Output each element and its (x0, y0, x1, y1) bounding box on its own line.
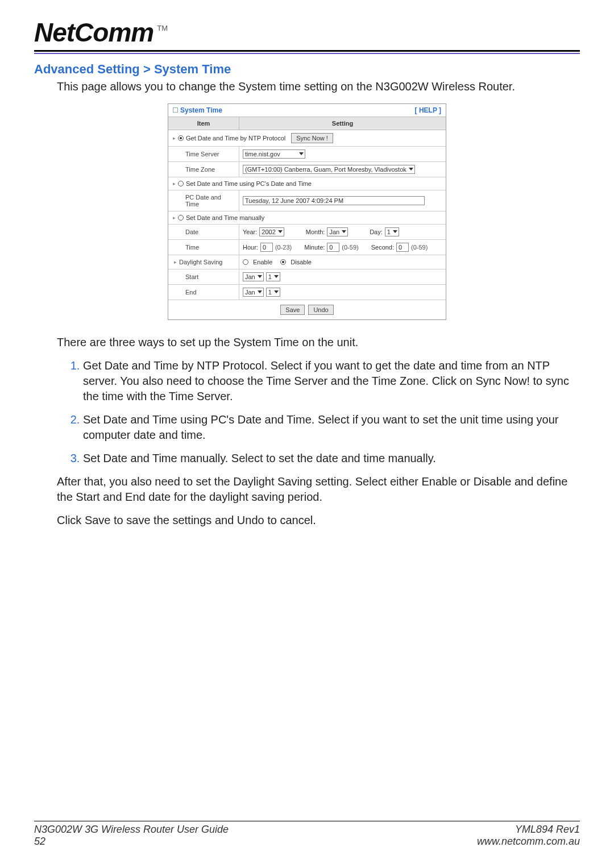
radio-dst-enable[interactable] (243, 259, 248, 265)
month-select[interactable]: Jan (327, 227, 348, 236)
second-hint: (0-59) (411, 244, 428, 251)
header-item: Item (168, 117, 239, 130)
day-select[interactable]: 1 (385, 227, 399, 236)
option-ntp-label: Get Date and Time by NTP Protocol (186, 135, 285, 142)
date-label: Date (168, 225, 239, 239)
radio-manual[interactable] (178, 215, 184, 221)
minute-input[interactable]: 0 (327, 243, 339, 252)
option-manual-row: ▸ Set Date and Time manually (168, 211, 446, 225)
router-screenshot: System Time [ HELP ] Item Setting ▸ Get … (34, 103, 580, 320)
intro-text: This page allows you to change the Syste… (57, 80, 580, 93)
caret-icon: ▸ (173, 135, 176, 141)
help-link[interactable]: [ HELP ] (415, 106, 441, 114)
option-manual-label: Set Date and Time manually (186, 214, 264, 221)
sync-now-button[interactable]: Sync Now ! (291, 133, 333, 143)
option-ntp-row: ▸ Get Date and Time by NTP Protocol Sync… (168, 130, 446, 147)
footer-revision: YML894 Rev1 (515, 824, 580, 836)
radio-pc[interactable] (178, 181, 184, 186)
footer-divider (34, 821, 580, 821)
dst-end-day-select[interactable]: 1 (266, 288, 280, 297)
footer-page-number: 52 (34, 836, 45, 848)
second-label: Second: (371, 244, 394, 251)
hour-hint: (0-23) (275, 244, 292, 251)
pc-date-label: PC Date and Time (168, 190, 239, 211)
hour-input[interactable]: 0 (260, 243, 273, 252)
divider-purple (34, 53, 580, 54)
time-label: Time (168, 240, 239, 255)
step-3: Set Date and Time manually. Select to se… (83, 451, 580, 466)
logo: NetComm TM (34, 17, 580, 48)
day-label: Day: (370, 229, 383, 235)
second-input[interactable]: 0 (396, 243, 409, 252)
option-pc-row: ▸ Set Date and Time using PC's Date and … (168, 177, 446, 190)
logo-text: NetComm (34, 17, 154, 48)
year-select[interactable]: 2002 (259, 227, 284, 236)
minute-hint: (0-59) (342, 244, 358, 251)
footer: N3G002W 3G Wireless Router User Guide YM… (34, 821, 580, 848)
section-title: Advanced Setting > System Time (34, 62, 580, 77)
option-pc-label: Set Date and Time using PC's Date and Ti… (186, 180, 312, 187)
body-p2: After that, you also need to set the Day… (57, 474, 580, 505)
caret-icon: ▸ (173, 181, 176, 186)
dst-enable-label: Enable (253, 259, 272, 265)
dst-start-day-select[interactable]: 1 (266, 272, 280, 281)
caret-icon: ▸ (173, 215, 176, 221)
panel-icon (173, 107, 178, 113)
divider-black (34, 50, 580, 52)
dst-start-label: Start (168, 269, 239, 284)
body-p3: Click Save to save the settings and Undo… (57, 513, 580, 528)
daylight-label: ▸Daylight Saving (168, 255, 239, 269)
dst-end-month-select[interactable]: Jan (243, 288, 264, 297)
radio-dst-disable[interactable] (280, 259, 286, 265)
panel-title: System Time (173, 106, 222, 114)
dst-end-label: End (168, 285, 239, 300)
time-zone-select[interactable]: (GMT+10:00) Canberra, Guam, Port Moresby… (243, 165, 415, 174)
caret-icon: ▸ (174, 259, 177, 265)
hour-label: Hour: (243, 244, 258, 251)
header-setting: Setting (239, 117, 446, 130)
time-server-label: Time Server (168, 147, 239, 161)
dst-disable-label: Disable (291, 259, 312, 265)
month-label: Month: (306, 229, 325, 235)
radio-ntp[interactable] (178, 135, 184, 141)
pc-date-field: Tuesday, 12 June 2007 4:09:24 PM (243, 196, 425, 205)
steps-list: Get Date and Time by NTP Protocol. Selec… (68, 358, 580, 466)
footer-url: www.netcomm.com.au (477, 836, 580, 848)
step-2: Set Date and Time using PC's Date and Ti… (83, 412, 580, 443)
body-p1: There are three ways to set up the Syste… (57, 335, 580, 350)
year-label: Year: (243, 229, 257, 235)
time-zone-label: Time Zone (168, 162, 239, 177)
footer-guide-title: N3G002W 3G Wireless Router User Guide (34, 824, 229, 836)
time-server-select[interactable]: time.nist.gov (243, 149, 305, 159)
minute-label: Minute: (304, 244, 325, 251)
save-button[interactable]: Save (280, 305, 305, 315)
undo-button[interactable]: Undo (308, 305, 333, 315)
dst-start-month-select[interactable]: Jan (243, 272, 264, 281)
step-1: Get Date and Time by NTP Protocol. Selec… (83, 358, 580, 404)
logo-tm: TM (157, 24, 168, 32)
